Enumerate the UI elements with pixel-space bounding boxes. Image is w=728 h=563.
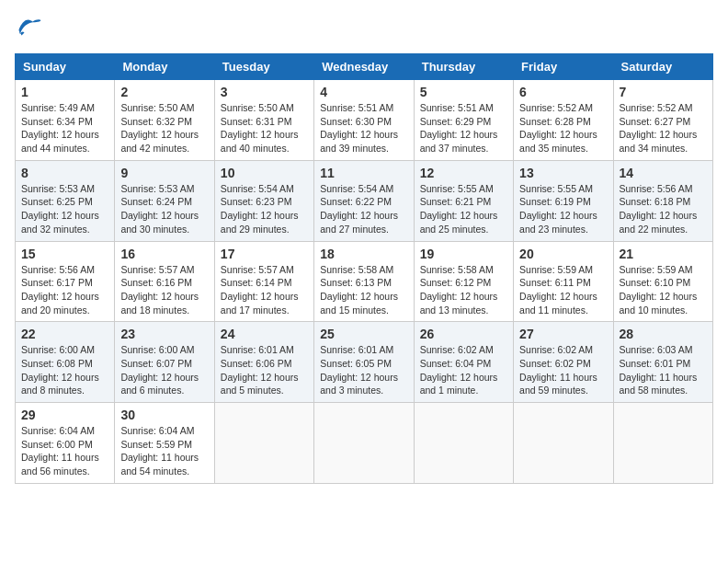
calendar-cell: 18 Sunrise: 5:58 AMSunset: 6:13 PMDaylig…: [314, 241, 414, 322]
day-info: Sunrise: 5:55 AMSunset: 6:21 PMDaylight:…: [420, 183, 498, 235]
day-info: Sunrise: 6:04 AMSunset: 5:59 PMDaylight:…: [120, 425, 199, 477]
calendar-cell: 26 Sunrise: 6:02 AMSunset: 6:04 PMDaylig…: [414, 322, 513, 403]
calendar-cell: 29 Sunrise: 6:04 AMSunset: 6:00 PMDaylig…: [16, 403, 115, 484]
calendar-cell: [214, 403, 313, 484]
day-number: 16: [120, 247, 208, 261]
day-info: Sunrise: 6:04 AMSunset: 6:00 PMDaylight:…: [21, 425, 99, 477]
day-number: 24: [221, 327, 308, 341]
day-number: 30: [120, 408, 208, 422]
day-info: Sunrise: 5:57 AMSunset: 6:16 PMDaylight:…: [120, 264, 199, 316]
day-info: Sunrise: 6:00 AMSunset: 6:07 PMDaylight:…: [120, 344, 199, 396]
calendar-cell: 28 Sunrise: 6:03 AMSunset: 6:01 PMDaylig…: [613, 322, 712, 403]
col-header-tuesday: Tuesday: [214, 54, 313, 80]
day-info: Sunrise: 5:51 AMSunset: 6:30 PMDaylight:…: [320, 102, 398, 154]
calendar-cell: 10 Sunrise: 5:54 AMSunset: 6:23 PMDaylig…: [214, 160, 313, 241]
calendar-cell: 12 Sunrise: 5:55 AMSunset: 6:21 PMDaylig…: [414, 160, 513, 241]
day-number: 3: [221, 85, 308, 99]
calendar-cell: [613, 403, 712, 484]
day-number: 4: [320, 85, 407, 99]
calendar-table: SundayMondayTuesdayWednesdayThursdayFrid…: [15, 53, 713, 484]
day-info: Sunrise: 6:01 AMSunset: 6:06 PMDaylight:…: [221, 344, 299, 396]
calendar-week-row: 29 Sunrise: 6:04 AMSunset: 6:00 PMDaylig…: [16, 403, 713, 484]
day-number: 8: [21, 166, 108, 180]
day-info: Sunrise: 5:49 AMSunset: 6:34 PMDaylight:…: [21, 102, 99, 154]
calendar-cell: 4 Sunrise: 5:51 AMSunset: 6:30 PMDayligh…: [314, 80, 414, 161]
col-header-monday: Monday: [115, 54, 214, 80]
calendar-cell: 13 Sunrise: 5:55 AMSunset: 6:19 PMDaylig…: [514, 160, 613, 241]
day-number: 15: [21, 247, 108, 261]
calendar-cell: 14 Sunrise: 5:56 AMSunset: 6:18 PMDaylig…: [613, 160, 712, 241]
page-header: [15, 15, 713, 42]
calendar-cell: 20 Sunrise: 5:59 AMSunset: 6:11 PMDaylig…: [514, 241, 613, 322]
day-info: Sunrise: 5:58 AMSunset: 6:13 PMDaylight:…: [320, 264, 398, 316]
day-info: Sunrise: 6:03 AMSunset: 6:01 PMDaylight:…: [620, 344, 698, 396]
day-info: Sunrise: 5:56 AMSunset: 6:18 PMDaylight:…: [620, 183, 698, 235]
day-number: 23: [120, 327, 208, 341]
day-info: Sunrise: 5:52 AMSunset: 6:28 PMDaylight:…: [519, 102, 597, 154]
calendar-cell: 3 Sunrise: 5:50 AMSunset: 6:31 PMDayligh…: [214, 80, 313, 161]
day-info: Sunrise: 5:56 AMSunset: 6:17 PMDaylight:…: [21, 264, 99, 316]
day-number: 27: [519, 327, 607, 341]
calendar-week-row: 8 Sunrise: 5:53 AMSunset: 6:25 PMDayligh…: [16, 160, 713, 241]
day-number: 7: [620, 85, 707, 99]
col-header-wednesday: Wednesday: [314, 54, 414, 80]
day-info: Sunrise: 6:01 AMSunset: 6:05 PMDaylight:…: [320, 344, 398, 396]
day-number: 29: [21, 408, 108, 422]
col-header-thursday: Thursday: [414, 54, 513, 80]
day-number: 11: [320, 166, 407, 180]
calendar-cell: 23 Sunrise: 6:00 AMSunset: 6:07 PMDaylig…: [115, 322, 214, 403]
calendar-cell: 21 Sunrise: 5:59 AMSunset: 6:10 PMDaylig…: [613, 241, 712, 322]
calendar-cell: 19 Sunrise: 5:58 AMSunset: 6:12 PMDaylig…: [414, 241, 513, 322]
calendar-cell: 7 Sunrise: 5:52 AMSunset: 6:27 PMDayligh…: [613, 80, 712, 161]
day-number: 6: [519, 85, 607, 99]
day-info: Sunrise: 6:02 AMSunset: 6:04 PMDaylight:…: [420, 344, 498, 396]
day-number: 2: [120, 85, 208, 99]
calendar-cell: 1 Sunrise: 5:49 AMSunset: 6:34 PMDayligh…: [16, 80, 115, 161]
day-number: 18: [320, 247, 407, 261]
calendar-cell: 25 Sunrise: 6:01 AMSunset: 6:05 PMDaylig…: [314, 322, 414, 403]
calendar-cell: 11 Sunrise: 5:54 AMSunset: 6:22 PMDaylig…: [314, 160, 414, 241]
calendar-cell: 27 Sunrise: 6:02 AMSunset: 6:02 PMDaylig…: [514, 322, 613, 403]
calendar-cell: 22 Sunrise: 6:00 AMSunset: 6:08 PMDaylig…: [16, 322, 115, 403]
logo: [15, 15, 46, 42]
day-number: 17: [221, 247, 308, 261]
day-number: 25: [320, 327, 407, 341]
calendar-week-row: 1 Sunrise: 5:49 AMSunset: 6:34 PMDayligh…: [16, 80, 713, 161]
day-info: Sunrise: 5:57 AMSunset: 6:14 PMDaylight:…: [221, 264, 299, 316]
calendar-cell: 17 Sunrise: 5:57 AMSunset: 6:14 PMDaylig…: [214, 241, 313, 322]
calendar-cell: 6 Sunrise: 5:52 AMSunset: 6:28 PMDayligh…: [514, 80, 613, 161]
day-number: 19: [420, 247, 507, 261]
col-header-saturday: Saturday: [613, 54, 712, 80]
day-info: Sunrise: 5:51 AMSunset: 6:29 PMDaylight:…: [420, 102, 498, 154]
day-number: 10: [221, 166, 308, 180]
calendar-cell: 2 Sunrise: 5:50 AMSunset: 6:32 PMDayligh…: [115, 80, 214, 161]
day-number: 5: [420, 85, 507, 99]
day-info: Sunrise: 5:55 AMSunset: 6:19 PMDaylight:…: [519, 183, 597, 235]
calendar-cell: 30 Sunrise: 6:04 AMSunset: 5:59 PMDaylig…: [115, 403, 214, 484]
day-number: 12: [420, 166, 507, 180]
day-number: 26: [420, 327, 507, 341]
calendar-cell: 16 Sunrise: 5:57 AMSunset: 6:16 PMDaylig…: [115, 241, 214, 322]
day-number: 9: [120, 166, 208, 180]
day-info: Sunrise: 6:00 AMSunset: 6:08 PMDaylight:…: [21, 344, 99, 396]
day-number: 28: [620, 327, 707, 341]
day-number: 20: [519, 247, 607, 261]
calendar-header-row: SundayMondayTuesdayWednesdayThursdayFrid…: [16, 54, 713, 80]
day-info: Sunrise: 5:52 AMSunset: 6:27 PMDaylight:…: [620, 102, 698, 154]
day-info: Sunrise: 5:53 AMSunset: 6:24 PMDaylight:…: [120, 183, 199, 235]
day-info: Sunrise: 5:54 AMSunset: 6:22 PMDaylight:…: [320, 183, 398, 235]
day-info: Sunrise: 5:50 AMSunset: 6:31 PMDaylight:…: [221, 102, 299, 154]
day-info: Sunrise: 5:59 AMSunset: 6:10 PMDaylight:…: [620, 264, 698, 316]
day-number: 14: [620, 166, 707, 180]
day-info: Sunrise: 5:54 AMSunset: 6:23 PMDaylight:…: [221, 183, 299, 235]
calendar-cell: 15 Sunrise: 5:56 AMSunset: 6:17 PMDaylig…: [16, 241, 115, 322]
col-header-sunday: Sunday: [16, 54, 115, 80]
calendar-week-row: 15 Sunrise: 5:56 AMSunset: 6:17 PMDaylig…: [16, 241, 713, 322]
day-info: Sunrise: 5:53 AMSunset: 6:25 PMDaylight:…: [21, 183, 99, 235]
calendar-cell: [514, 403, 613, 484]
calendar-week-row: 22 Sunrise: 6:00 AMSunset: 6:08 PMDaylig…: [16, 322, 713, 403]
day-info: Sunrise: 5:59 AMSunset: 6:11 PMDaylight:…: [519, 264, 597, 316]
calendar-cell: [314, 403, 414, 484]
logo-icon: [15, 15, 42, 42]
day-info: Sunrise: 6:02 AMSunset: 6:02 PMDaylight:…: [519, 344, 597, 396]
